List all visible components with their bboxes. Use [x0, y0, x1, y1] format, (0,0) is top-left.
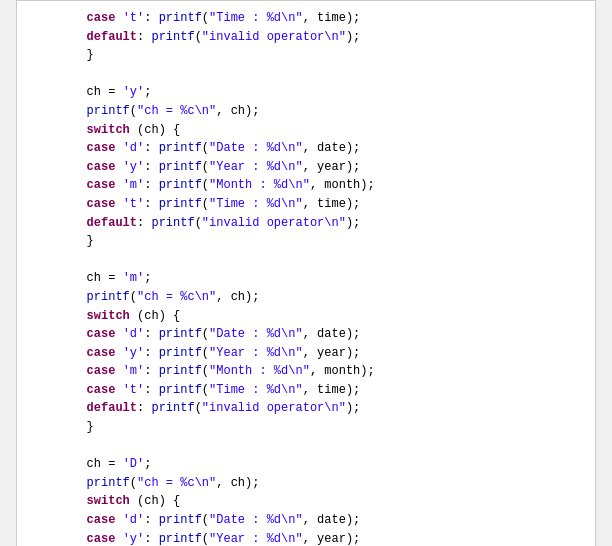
code-token: , month);	[310, 178, 375, 192]
code-line	[29, 437, 583, 456]
code-token: ch =	[87, 457, 123, 471]
code-token: 'd'	[123, 327, 145, 341]
code-token: (	[202, 178, 209, 192]
code-token: "invalid operator\n"	[202, 216, 346, 230]
code-token: printf	[159, 364, 202, 378]
code-token: (	[202, 532, 209, 546]
code-token: ;	[144, 457, 151, 471]
code-token: :	[144, 197, 158, 211]
code-token: , date);	[303, 141, 361, 155]
code-token: "Time : %d\n"	[209, 197, 303, 211]
code-token: (	[202, 160, 209, 174]
code-token: printf	[159, 383, 202, 397]
code-token: (	[202, 197, 209, 211]
code-line: default: printf("invalid operator\n");	[29, 28, 583, 47]
code-token: 'y'	[123, 85, 145, 99]
code-token: case	[87, 197, 123, 211]
code-token: "Year : %d\n"	[209, 346, 303, 360]
code-line: case 'm': printf("Month : %d\n", month);	[29, 362, 583, 381]
code-token: , month);	[310, 364, 375, 378]
code-token: , date);	[303, 513, 361, 527]
code-line	[29, 251, 583, 270]
code-token: case	[87, 11, 123, 25]
code-token: case	[87, 513, 123, 527]
code-token: ;	[144, 85, 151, 99]
code-token: case	[87, 327, 123, 341]
code-token: }	[87, 420, 94, 434]
code-line: switch (ch) {	[29, 121, 583, 140]
code-token: ;	[144, 271, 151, 285]
code-token: :	[144, 383, 158, 397]
code-token: }	[87, 234, 94, 248]
code-line: case 'd': printf("Date : %d\n", date);	[29, 325, 583, 344]
code-token: "Time : %d\n"	[209, 11, 303, 25]
code-line: case 't': printf("Time : %d\n", time);	[29, 381, 583, 400]
code-token: case	[87, 141, 123, 155]
code-token: :	[137, 216, 151, 230]
code-line: case 't': printf("Time : %d\n", time);	[29, 195, 583, 214]
code-token: "Month : %d\n"	[209, 178, 310, 192]
code-token: :	[144, 364, 158, 378]
code-token: :	[144, 346, 158, 360]
code-token: case	[87, 178, 123, 192]
code-token: "ch = %c\n"	[137, 476, 216, 490]
code-token: );	[346, 216, 360, 230]
code-token: (	[202, 141, 209, 155]
code-token: printf	[151, 216, 194, 230]
code-token: 'y'	[123, 346, 145, 360]
code-token: (	[195, 30, 202, 44]
code-token: default	[87, 216, 137, 230]
code-token: printf	[159, 141, 202, 155]
code-token: }	[87, 48, 94, 62]
code-token: :	[144, 178, 158, 192]
code-token: :	[144, 513, 158, 527]
code-token: (	[130, 290, 137, 304]
code-token: "Date : %d\n"	[209, 141, 303, 155]
code-token: , year);	[303, 346, 361, 360]
code-token: printf	[159, 513, 202, 527]
code-token: (ch) {	[130, 494, 180, 508]
code-token: ch =	[87, 271, 123, 285]
code-token: printf	[87, 290, 130, 304]
code-token: 'y'	[123, 532, 145, 546]
code-token: :	[144, 11, 158, 25]
code-token: (	[202, 11, 209, 25]
code-token: ch =	[87, 85, 123, 99]
code-line: case 'y': printf("Year : %d\n", year);	[29, 344, 583, 363]
code-token: (	[202, 383, 209, 397]
code-token: );	[346, 30, 360, 44]
code-token: :	[137, 30, 151, 44]
code-token: printf	[159, 346, 202, 360]
code-token: , time);	[303, 197, 361, 211]
code-token: printf	[151, 401, 194, 415]
code-token: case	[87, 364, 123, 378]
code-token: "Date : %d\n"	[209, 327, 303, 341]
code-line: case 'd': printf("Date : %d\n", date);	[29, 139, 583, 158]
code-token: printf	[151, 30, 194, 44]
code-block: case 't': printf("Time : %d\n", time); d…	[29, 9, 583, 546]
code-token: (	[130, 104, 137, 118]
code-line: case 't': printf("Time : %d\n", time);	[29, 9, 583, 28]
code-token: switch	[87, 309, 130, 323]
code-token: (	[202, 364, 209, 378]
code-token: printf	[159, 532, 202, 546]
code-line: case 'y': printf("Year : %d\n", year);	[29, 158, 583, 177]
code-token: 'y'	[123, 160, 145, 174]
code-token: switch	[87, 494, 130, 508]
code-token: (	[130, 476, 137, 490]
code-token: default	[87, 401, 137, 415]
code-token: :	[144, 327, 158, 341]
code-token: "Year : %d\n"	[209, 532, 303, 546]
code-line: switch (ch) {	[29, 307, 583, 326]
code-token: printf	[159, 327, 202, 341]
code-token: printf	[87, 476, 130, 490]
code-token: "invalid operator\n"	[202, 30, 346, 44]
code-token: case	[87, 160, 123, 174]
code-token: 'd'	[123, 513, 145, 527]
code-token: (	[202, 346, 209, 360]
code-token: :	[144, 160, 158, 174]
code-token: printf	[159, 197, 202, 211]
code-line: case 'm': printf("Month : %d\n", month);	[29, 176, 583, 195]
code-token: printf	[159, 11, 202, 25]
code-token: (ch) {	[130, 309, 180, 323]
